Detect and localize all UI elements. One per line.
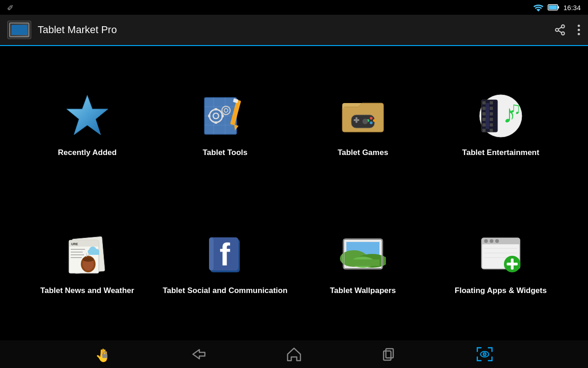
app-bar: Tablet Market Pro [0,15,588,46]
svg-rect-51 [486,103,489,129]
tablet-wallpapers-label: Tablet Wallpapers [330,286,396,296]
svg-rect-96 [102,354,107,358]
tablet-news-icon-container: URE [62,229,113,279]
entertainment-icon: ♪ ♫ [478,93,524,139]
floating-apps-label: Floating Apps & Widgets [455,286,547,296]
svg-rect-71 [209,237,214,270]
svg-line-6 [558,31,561,33]
svg-point-4 [555,29,559,32]
svg-rect-38 [481,100,498,132]
svg-rect-45 [490,101,493,104]
svg-marker-11 [67,95,108,135]
social-icon: f [202,231,248,277]
svg-line-7 [558,27,561,29]
svg-rect-49 [490,123,493,126]
tablet-entertainment-label: Tablet Entertainment [462,148,539,158]
status-time: 16:34 [563,4,581,12]
star-icon [64,93,110,139]
recently-added-icon-container [62,91,113,141]
news-icon: URE [64,231,110,277]
grid-item-tablet-games[interactable]: Tablet Games [294,55,432,193]
nav-home-icon[interactable] [286,346,302,362]
svg-rect-43 [482,123,486,126]
tablet-wallpapers-icon-container [338,229,388,279]
grid-item-tablet-wallpapers[interactable]: Tablet Wallpapers [294,193,432,331]
svg-rect-2 [549,6,557,10]
status-bar: ✏ 16:34 [0,0,588,15]
svg-point-101 [484,354,485,355]
svg-rect-97 [386,349,393,358]
tablet-tools-icon-container [200,91,250,141]
svg-rect-98 [384,351,391,360]
svg-point-33 [373,119,376,122]
svg-rect-23 [221,115,224,117]
svg-rect-21 [215,121,217,124]
wallpapers-icon [340,231,386,277]
svg-text:URE: URE [71,242,78,246]
svg-rect-20 [215,108,217,110]
grid-item-tablet-news[interactable]: URE Tablet News and We [18,193,156,331]
svg-rect-39 [482,101,486,104]
battery-icon [548,4,560,11]
svg-point-87 [495,239,499,243]
svg-text:♫: ♫ [509,99,521,117]
svg-rect-41 [482,112,486,115]
nav-lock-icon[interactable]: 🤚 [94,346,111,362]
main-grid: Recently Added [0,46,588,340]
grid-item-recently-added[interactable]: Recently Added [18,55,156,193]
svg-point-8 [578,25,580,27]
tablet-news-label: Tablet News and Weather [40,286,134,296]
share-icon[interactable] [554,24,566,36]
action-icons [554,24,581,36]
recently-added-label: Recently Added [58,148,117,158]
grid-item-tablet-social[interactable]: f Tablet Social and Communication [156,193,294,331]
svg-rect-94 [507,263,518,265]
nav-recent-icon[interactable] [380,346,397,362]
svg-rect-44 [482,129,486,132]
svg-rect-42 [482,118,486,121]
floating-apps-icon-container [475,229,526,279]
grid-item-floating-apps[interactable]: Floating Apps & Widgets [432,193,570,331]
svg-rect-1 [558,6,559,9]
grid-item-tablet-entertainment[interactable]: ♪ ♫ Tablet Entertainment [432,55,570,193]
svg-point-3 [561,25,565,28]
svg-point-10 [578,33,580,35]
svg-rect-47 [490,112,493,115]
status-right-icons: 16:34 [533,3,581,12]
svg-rect-22 [208,115,210,117]
overflow-menu-icon[interactable] [577,24,581,36]
svg-point-5 [561,32,565,35]
tablet-tools-label: Tablet Tools [203,148,248,158]
app-icon [7,21,31,39]
tablet-social-icon-container: f [200,229,250,279]
nav-back-icon[interactable] [189,347,208,361]
svg-point-86 [490,239,493,243]
floating-apps-icon [478,231,524,277]
svg-rect-46 [490,107,493,110]
svg-rect-40 [482,107,486,110]
tablet-games-icon-container [338,91,388,141]
svg-rect-50 [490,129,493,132]
svg-point-85 [484,239,488,243]
games-icon [340,93,386,139]
nav-bar: 🤚 [0,340,588,368]
svg-rect-68 [89,252,99,255]
pen-icon: ✏ [5,1,17,13]
tablet-social-label: Tablet Social and Communication [163,286,288,296]
wifi-icon [533,3,544,12]
grid-item-tablet-tools[interactable]: Tablet Tools [156,55,294,193]
tablet-games-label: Tablet Games [338,148,388,158]
nav-screenshot-icon[interactable] [475,346,494,362]
svg-rect-79 [346,259,379,266]
tools-icon [202,93,248,139]
svg-point-60 [83,257,94,262]
svg-text:f: f [220,237,230,272]
tablet-entertainment-icon-container: ♪ ♫ [475,91,526,141]
app-title: Tablet Market Pro [38,24,554,36]
svg-rect-48 [490,118,493,121]
svg-point-9 [578,29,580,31]
